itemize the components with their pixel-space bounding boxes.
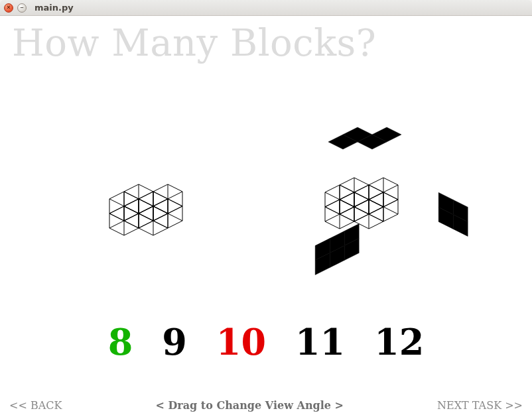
svg-line-146 [354, 214, 369, 221]
svg-line-137 [325, 207, 340, 214]
svg-line-158 [340, 192, 354, 200]
answer-option-11[interactable]: 11 [295, 321, 345, 363]
svg-line-65 [168, 213, 182, 221]
svg-line-194 [369, 192, 383, 200]
svg-line-76 [139, 206, 153, 213]
svg-line-40 [139, 221, 153, 228]
svg-line-148 [369, 221, 383, 229]
svg-line-165 [340, 185, 354, 192]
svg-line-172 [383, 214, 398, 221]
svg-line-66 [168, 221, 182, 228]
svg-line-201 [369, 185, 383, 192]
svg-line-173 [369, 214, 383, 221]
page-title: How Many Blocks? [12, 21, 376, 64]
svg-line-184 [369, 207, 383, 214]
svg-line-91 [153, 206, 168, 213]
svg-line-56 [124, 184, 139, 192]
svg-line-78 [153, 213, 168, 221]
svg-line-186 [354, 185, 369, 192]
svg-line-89 [168, 199, 182, 206]
blocks-scene[interactable] [0, 95, 532, 308]
svg-line-110 [325, 214, 340, 221]
app-window: × – main.py How Many Blocks? 89101112 <<… [0, 0, 532, 417]
wire-shape-left[interactable] [109, 184, 182, 235]
top-shadow [328, 127, 401, 149]
svg-line-185 [354, 207, 369, 214]
svg-line-4 [109, 221, 124, 228]
svg-line-196 [383, 200, 398, 207]
close-icon[interactable]: × [4, 3, 13, 13]
svg-line-195 [383, 192, 398, 200]
svg-line-138 [325, 185, 340, 192]
svg-line-162 [340, 178, 354, 185]
svg-line-30 [124, 213, 139, 221]
wire-shape-right[interactable] [325, 178, 398, 229]
svg-line-88 [153, 199, 168, 206]
svg-line-93 [168, 184, 182, 192]
svg-line-134 [325, 200, 340, 207]
svg-line-83 [139, 199, 153, 206]
svg-line-92 [153, 184, 168, 192]
next-button[interactable]: NEXT TASK >> [437, 399, 523, 412]
svg-line-32 [109, 192, 124, 199]
back-button[interactable]: << BACK [9, 399, 62, 412]
svg-line-79 [139, 213, 153, 221]
svg-line-55 [124, 206, 139, 213]
footer: << BACK < Drag to Change View Angle > NE… [0, 399, 532, 412]
svg-line-163 [354, 178, 369, 185]
svg-line-125 [340, 214, 354, 221]
svg-line-200 [383, 185, 398, 192]
svg-line-31 [109, 213, 124, 221]
svg-line-59 [124, 192, 139, 199]
svg-line-42 [153, 228, 168, 235]
svg-line-6 [124, 228, 139, 235]
svg-line-197 [369, 200, 383, 207]
svg-line-95 [153, 192, 168, 199]
svg-line-43 [139, 228, 153, 235]
minimize-icon[interactable]: – [17, 3, 27, 13]
answer-option-9[interactable]: 9 [162, 321, 187, 363]
titlebar: × – main.py [0, 0, 532, 16]
answer-option-8[interactable]: 8 [108, 321, 133, 363]
answer-option-10[interactable]: 10 [216, 321, 266, 363]
svg-line-171 [383, 207, 398, 214]
svg-line-35 [109, 199, 124, 206]
svg-line-90 [168, 206, 182, 213]
svg-line-67 [153, 221, 168, 228]
svg-line-161 [340, 200, 354, 207]
svg-line-28 [109, 206, 124, 213]
svg-line-189 [354, 192, 369, 200]
svg-line-182 [354, 200, 369, 207]
drag-hint: < Drag to Change View Angle > [155, 399, 344, 412]
svg-line-136 [340, 207, 354, 214]
svg-line-52 [124, 199, 139, 206]
answer-option-12[interactable]: 12 [374, 321, 424, 363]
svg-line-80 [139, 192, 153, 199]
answer-row: 89101112 [0, 321, 532, 363]
front-shadow [315, 224, 359, 275]
svg-line-7 [109, 228, 124, 235]
svg-line-113 [325, 221, 340, 229]
svg-line-94 [168, 192, 182, 199]
svg-line-57 [139, 184, 153, 192]
window-title: main.py [34, 3, 74, 13]
svg-line-141 [325, 192, 340, 200]
page-content: How Many Blocks? 89101112 << BACK < Drag… [0, 16, 532, 417]
svg-line-19 [124, 221, 139, 228]
side-shadow [438, 192, 468, 236]
svg-line-198 [369, 178, 383, 185]
svg-line-199 [383, 178, 398, 185]
